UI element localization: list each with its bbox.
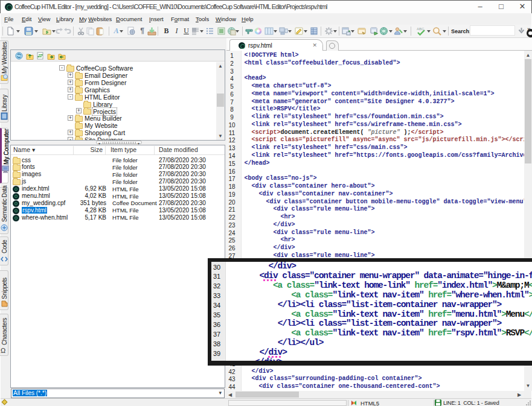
svg-text:ABC: ABC [417, 27, 425, 31]
